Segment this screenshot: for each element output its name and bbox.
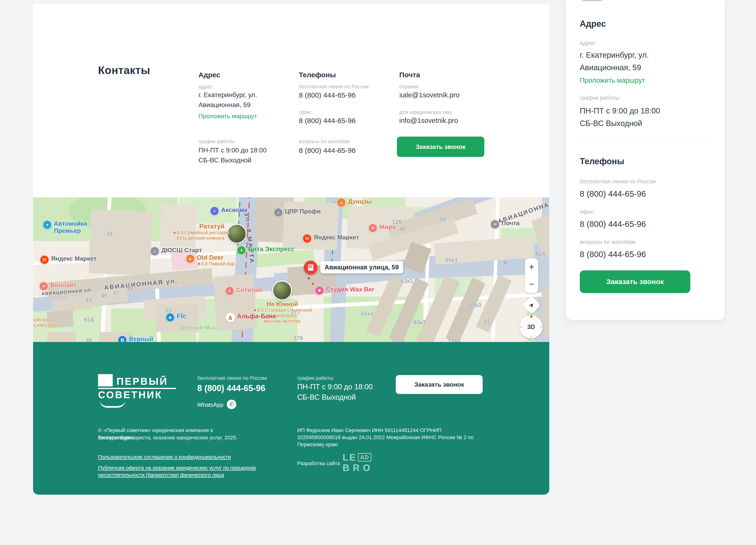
poi-photo-na-yuzhnoy[interactable] [272, 281, 292, 301]
sidebar-address-label: адрес [580, 40, 595, 46]
poi-label: Мира [379, 223, 395, 230]
map-poi-ratatouille[interactable]: Рататуй ★4,9 Семейный ресторан Есть детс… [172, 223, 224, 241]
pharmacy-cross-icon: + [237, 245, 246, 255]
poi-label: Дунцзы [348, 198, 372, 205]
public-offer-link-line-2[interactable]: несостоятельности (банкротства) физическ… [98, 472, 224, 479]
sidebar-schedule-line-2: СБ-ВС Выходной [580, 119, 642, 128]
poi-label: Винлайт [50, 282, 76, 289]
phone-number[interactable]: 8 (800) 444-65-96 [299, 146, 356, 154]
map-marker-label[interactable]: Авиационная улица, 59 [320, 261, 403, 274]
sidebar-route-link[interactable]: Проложить маршрут [580, 77, 645, 84]
footer-order-call-button[interactable]: Заказать звонок [396, 375, 483, 394]
map[interactable]: АВИАЦИОННАЯ ул. АВИАЦИОННАЯ УЛ. АВИАЦИОН… [33, 197, 549, 342]
compass-3d-control[interactable]: 3D [520, 316, 542, 338]
map-marker[interactable] [304, 261, 318, 275]
whatsapp-icon[interactable]: ✆ [227, 400, 236, 409]
public-offer-link-line-1[interactable]: Публичная оферта на оказание юридических… [98, 464, 256, 472]
sidebar-phone-number[interactable]: 8 (800) 444-65-96 [580, 249, 646, 259]
building-number-label: 48 [399, 226, 406, 232]
poi-photo-ratatouille[interactable] [227, 224, 247, 244]
dental-icon: + [368, 223, 378, 233]
phone-number[interactable]: 8 (800) 444-65-96 [299, 91, 356, 99]
mode-3d-button[interactable]: 3D [523, 319, 539, 335]
map-poi-post-office[interactable]: ✉ Почта [490, 219, 520, 229]
leadbro-logo[interactable]: LE AD BRO [343, 453, 374, 472]
map-poi-citilab[interactable]: + Ситилаб [225, 286, 262, 296]
marker-trail-dot [308, 277, 310, 280]
sidebar-phone-number[interactable]: 8 (800) 444-65-96 [580, 219, 646, 229]
map-poi-vita-express[interactable]: + Вита Экспресс [237, 245, 295, 255]
map-poi-car-wash[interactable]: ✦ АвтомойкаПремьер [43, 220, 87, 234]
mail-label: справки [399, 84, 418, 90]
page: Контакты Адрес адрес г. Екатеринбург, ул… [0, 0, 756, 545]
route-link[interactable]: Проложить маршрут [198, 112, 257, 120]
building-number-label: 63к2 [392, 339, 404, 342]
mail-address[interactable]: info@1sovetnik.pro [399, 117, 458, 124]
zoom-in-button[interactable]: + [525, 258, 538, 276]
map-poi-yandex-market[interactable]: М Яндекс Маркет [40, 255, 96, 264]
schedule-line-2: СБ-ВС Выходной [198, 156, 251, 164]
map-poi-duntszy[interactable]: ☕ Дунцзы [337, 198, 372, 207]
lab-cross-icon: + [225, 286, 234, 296]
phone-label: бесплатная линия по России [299, 84, 369, 90]
building-number-label: 65к2 [448, 336, 461, 342]
phones-column-heading: Телефоны [299, 71, 336, 79]
privacy-agreement-link[interactable]: Пользовательское соглашение о конфиденци… [98, 454, 231, 461]
building-number-label: 65к3 [469, 302, 481, 309]
logo-text-line-2: СОВЕТНИК [98, 390, 176, 400]
schedule-line-1: ПН-ПТ с 9:00 до 18:00 [198, 146, 267, 154]
compass-dot [540, 326, 542, 328]
whatsapp-link[interactable]: WhatsApp [197, 402, 223, 408]
poi-label: Рататуй [172, 223, 224, 230]
building-number-label: 47 [113, 290, 119, 296]
schedule-label: график работы [198, 138, 235, 145]
poi-label: Вита Экспресс [248, 245, 295, 252]
cutoff-element-fragment [582, 0, 602, 1]
sidebar-phone-label: бесплатная линия по России [580, 178, 656, 185]
map-poi-vinlayt[interactable]: + Винлайт [39, 282, 76, 291]
mail-address[interactable]: sale@1sovetnik.pro [399, 91, 460, 99]
footer-schedule-line-2: СБ-ВС Выходной [297, 393, 356, 402]
map-poi-verny[interactable]: В Верный [118, 335, 153, 342]
mail-envelope-icon: ✉ [490, 219, 500, 229]
sidebar-order-call-button[interactable]: Заказать звонок [580, 270, 690, 293]
map-poi-yandex-market-2[interactable]: М Яндекс Маркет [302, 234, 359, 243]
logo-divider [98, 388, 176, 389]
footer-phone-label: бесплатная линия по России [197, 375, 267, 381]
map-poi-fragment: кая кухня ь капучино [34, 317, 57, 328]
building-number-label: 63к3 [413, 319, 426, 326]
map-building [47, 332, 76, 342]
map-poi-mira[interactable]: + Мира [368, 223, 395, 233]
building-number-label: 65 [484, 318, 490, 325]
company-logo[interactable]: ПЕРВЫЙ СОВЕТНИК [98, 373, 176, 408]
phone-number[interactable]: 8 (800) 444-65-96 [299, 117, 356, 125]
building-number-label: 63к1 [401, 278, 413, 284]
building-icon [308, 264, 313, 270]
footer-schedule-label: график работы [297, 375, 333, 381]
map-poi-old-deer[interactable]: ♦ Old Deer★4,8 Пивной бар [185, 254, 235, 266]
sidebar-phone-number[interactable]: 8 (800) 444-65-96 [580, 189, 646, 198]
school-icon: ⌂ [150, 246, 159, 256]
building-number-label: 49 [126, 285, 133, 292]
market-icon: М [40, 255, 49, 264]
poi-label: Альфа-Банк [237, 313, 276, 320]
poi-sublabel: ★4,8 Пивной бар [197, 261, 235, 266]
contacts-section: Контакты Адрес адрес г. Екатеринбург, ул… [33, 4, 549, 197]
compass-dot [520, 326, 522, 328]
map-poi-aksioma[interactable]: ▪ Аксиома [210, 206, 247, 216]
order-call-button[interactable]: Заказать звонок [397, 137, 484, 157]
map-poi-alfa-bank[interactable]: А Альфа-Банк [226, 313, 276, 322]
map-poi-wax-bar[interactable]: ✱ Студия Wax Bar [315, 286, 374, 295]
poi-label: ЦПР Профи [285, 208, 321, 215]
footer-phone-number[interactable]: 8 (800) 444-65-96 [197, 383, 265, 393]
sidebar-address-heading: Адрес [580, 19, 606, 29]
poi-label: Верный [129, 335, 153, 342]
zoom-out-button[interactable]: − [525, 276, 538, 293]
poi-label: Ffc [177, 313, 186, 320]
building-number-label: 65к1 [445, 257, 458, 263]
building-number-label: 82А [535, 250, 546, 257]
map-poi-ffc[interactable]: ◆ Ffc [165, 313, 186, 322]
poi-label: Премьер [54, 227, 87, 234]
map-poi-cpr-profi[interactable]: ⌂ ЦПР Профи [274, 208, 321, 217]
legal-line-3: Пермскому краю [297, 441, 486, 448]
